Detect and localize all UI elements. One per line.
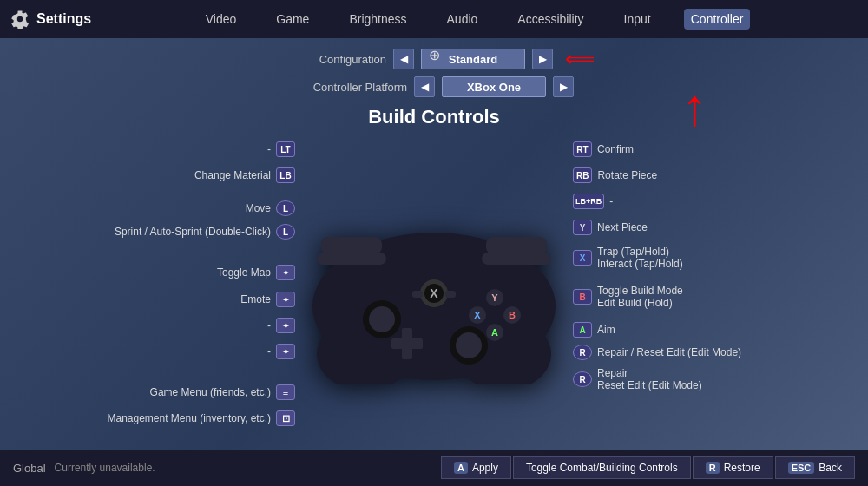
back-label: Back [819, 462, 842, 474]
nav-brightness[interactable]: Brightness [342, 9, 413, 30]
emote-text: Emote [240, 293, 271, 305]
b-badge: B [573, 289, 592, 305]
svg-rect-4 [317, 253, 386, 265]
rb-badge: RB [573, 167, 592, 183]
platform-label: Controller Platform [294, 81, 407, 94]
rt-text: Confirm [597, 143, 634, 155]
togglemap-text: Toggle Map [217, 266, 271, 279]
lt-text: - [267, 143, 271, 155]
svg-point-3 [382, 241, 486, 285]
emote-label: ✦ Emote [240, 292, 295, 307]
svg-point-11 [456, 332, 482, 358]
dpad-badge: ✦ [276, 265, 295, 280]
svg-text:X: X [474, 310, 481, 320]
gear-icon [10, 10, 30, 29]
controller-area: LT - LB Change Material L Move L Sprint … [17, 133, 851, 445]
left-dash1-badge: ✦ [276, 318, 295, 333]
rt-label: RT Confirm [573, 141, 634, 157]
platform-row: Controller Platform ◀ XBox One ▶ [294, 76, 574, 97]
a-text: Aim [597, 324, 615, 336]
nav-accessibility[interactable]: Accessibility [510, 9, 590, 30]
a-label: A Aim [573, 322, 615, 338]
aim-text: Repair / Reset Edit (Edit Mode) [597, 346, 741, 358]
platform-next-button[interactable]: ▶ [553, 76, 574, 97]
svg-text:A: A [491, 327, 498, 338]
nav-video[interactable]: Video [199, 9, 244, 30]
x-text: Trap (Tap/Hold)Interact (Tap/Hold) [597, 246, 683, 270]
left-dash1-label: ✦ - [267, 318, 295, 333]
platform-prev-button[interactable]: ◀ [414, 76, 435, 97]
left-labels: LT - LB Change Material L Move L Sprint … [17, 133, 295, 445]
lb-badge: LB [276, 167, 295, 183]
nav-input[interactable]: Input [617, 9, 658, 30]
configuration-label: Configuration [273, 53, 386, 66]
toggle-label: Toggle Combat/Building Controls [526, 462, 678, 474]
left-dash2-label: ✦ - [267, 344, 295, 359]
rt-badge: RT [573, 141, 592, 157]
ls-badge: L [276, 200, 295, 216]
repair-label: R RepairReset Edit (Edit Mode) [573, 367, 702, 391]
y-text: Next Piece [597, 221, 648, 233]
apply-button[interactable]: A Apply [441, 456, 511, 479]
y-badge: Y [573, 220, 592, 235]
sprint-label: L Sprint / Auto-Sprint (Double-Click) [115, 224, 295, 240]
aim-label: R Repair / Reset Edit (Edit Mode) [573, 345, 741, 360]
lbrb-text: - [609, 195, 613, 207]
svg-rect-5 [482, 253, 551, 265]
restore-label: Restore [724, 462, 760, 474]
platform-value: XBox One [442, 76, 546, 97]
lb-text: Change Material [194, 169, 271, 181]
y-label: Y Next Piece [573, 220, 648, 235]
svg-text:X: X [430, 286, 438, 300]
svg-rect-6 [321, 237, 382, 254]
back-button[interactable]: ESC Back [775, 456, 855, 479]
sprint-text: Sprint / Auto-Sprint (Double-Click) [115, 226, 271, 238]
controller-image: Y B X A X [299, 194, 569, 384]
back-key-badge: ESC [788, 462, 815, 474]
mgmtmenu-text: Management Menu (inventory, etc.) [107, 412, 271, 424]
emote-badge: ✦ [276, 292, 295, 307]
main-content: Configuration ◀ Standard ▶ ⟸ Controller … [0, 38, 868, 450]
nav-controller[interactable]: Controller [684, 9, 751, 30]
global-label: Global [13, 462, 46, 475]
nav-menu: Video Game Brightness Audio Accessibilit… [91, 9, 858, 30]
left-dash2-text: - [267, 345, 271, 358]
app-title: Settings [36, 11, 91, 27]
title-bar-left: Settings [10, 10, 91, 29]
lbrb-badge: LB+RB [573, 194, 604, 209]
apply-label: Apply [472, 462, 498, 474]
config-prev-button[interactable]: ◀ [393, 49, 414, 69]
right-labels: RT Confirm RB Rotate Piece LB+RB - Y Nex… [573, 133, 851, 445]
nav-audio[interactable]: Audio [440, 9, 485, 30]
nav-game[interactable]: Game [269, 9, 316, 30]
lt-label: LT - [267, 141, 295, 157]
repair-text: RepairReset Edit (Edit Mode) [597, 367, 702, 391]
toggle-combat-button[interactable]: Toggle Combat/Building Controls [513, 456, 691, 479]
left-dash2-badge: ✦ [276, 344, 295, 359]
left-dash1-text: - [267, 319, 271, 332]
restore-button[interactable]: R Restore [693, 456, 773, 479]
togglemap-label: ✦ Toggle Map [217, 265, 295, 280]
lb-label: LB Change Material [194, 167, 295, 183]
x-label: X Trap (Tap/Hold)Interact (Tap/Hold) [573, 246, 683, 270]
gamemenu-text: Game Menu (friends, etc.) [150, 386, 271, 398]
a-badge: A [573, 322, 592, 338]
svg-text:Y: Y [491, 292, 498, 303]
config-next-button[interactable]: ▶ [532, 49, 553, 69]
red-arrow-up-icon: ↑ [681, 82, 707, 134]
svg-rect-25 [412, 291, 423, 298]
mgmt-badge: ⊡ [276, 410, 295, 426]
apply-key-badge: A [454, 462, 468, 474]
restore-key-badge: R [706, 462, 720, 474]
title-bar: Settings Video Game Brightness Audio Acc… [0, 0, 868, 38]
svg-rect-7 [486, 237, 547, 254]
svg-point-9 [369, 306, 395, 332]
bottom-bar: Global Currently unavailable. A Apply To… [0, 450, 868, 486]
ls2-badge: L [276, 224, 295, 240]
status-text: Currently unavailable. [55, 462, 441, 474]
move-text: Move [246, 202, 271, 214]
svg-rect-13 [391, 338, 423, 349]
move-label: L Move [246, 200, 295, 216]
rs-badge: R [573, 345, 592, 360]
rb-text: Rotate Piece [597, 169, 657, 181]
